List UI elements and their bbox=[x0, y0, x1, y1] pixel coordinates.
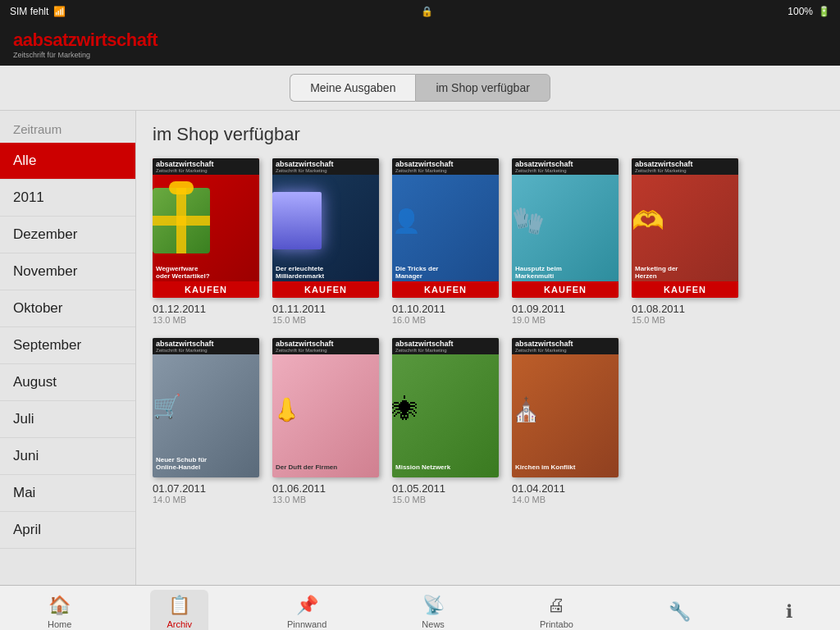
magazine-cover-apr2011: absatzwirtschaft Zeitschrift für Marketi… bbox=[512, 338, 619, 477]
main-layout: Zeitraum Alle 2011 Dezember November Okt… bbox=[0, 111, 840, 585]
printabo-icon: 🖨 bbox=[547, 595, 565, 616]
pinnwand-icon: 📌 bbox=[296, 595, 318, 616]
nav-home-label: Home bbox=[48, 619, 71, 629]
status-bar: SIM fehlt 📶 🔒 100% 🔋 bbox=[0, 0, 840, 23]
magazine-date-nov2011: 01.11.2011 bbox=[272, 303, 379, 315]
magazine-date-dec2011: 01.12.2011 bbox=[153, 303, 259, 315]
kaufen-badge-dec2011: KAUFEN bbox=[153, 281, 259, 298]
magazine-cover-jun2011: absatzwirtschaft Zeitschrift für Marketi… bbox=[272, 338, 379, 477]
sidebar: Zeitraum Alle 2011 Dezember November Okt… bbox=[0, 111, 136, 585]
nav-tools[interactable]: 🔧 bbox=[652, 596, 707, 628]
sidebar-item-juni[interactable]: Juni bbox=[0, 438, 135, 475]
magazine-cover-may2011: absatzwirtschaft Zeitschrift für Marketi… bbox=[392, 338, 499, 477]
magazine-date-may2011: 01.05.2011 bbox=[392, 482, 499, 495]
magazine-date-oct2011: 01.10.2011 bbox=[392, 303, 499, 315]
nav-home[interactable]: 🏠 Home bbox=[31, 590, 88, 631]
sidebar-item-2011[interactable]: 2011 bbox=[0, 180, 135, 217]
magazine-cover-jul2011: absatzwirtschaft Zeitschrift für Marketi… bbox=[153, 338, 259, 477]
magazine-size-aug2011: 15.0 MB bbox=[632, 315, 738, 325]
magazine-item-may2011[interactable]: absatzwirtschaft Zeitschrift für Marketi… bbox=[392, 338, 499, 504]
magazine-date-apr2011: 01.04.2011 bbox=[512, 482, 619, 495]
magazine-size-jul2011: 14.0 MB bbox=[153, 495, 259, 504]
content-area: im Shop verfügbar absatzwirtschaft Zeits… bbox=[136, 111, 840, 585]
sidebar-item-dezember[interactable]: Dezember bbox=[0, 217, 135, 253]
header: aabsatzwirtschaft Zeitschrift für Market… bbox=[0, 23, 840, 66]
magazine-size-apr2011: 14.0 MB bbox=[512, 495, 619, 504]
sidebar-item-september[interactable]: September bbox=[0, 327, 135, 364]
magazine-date-aug2011: 01.08.2011 bbox=[632, 303, 738, 315]
kaufen-badge-aug2011: KAUFEN bbox=[632, 281, 738, 298]
kaufen-badge-nov2011: KAUFEN bbox=[272, 281, 379, 298]
carrier-text: SIM fehlt bbox=[10, 6, 48, 17]
nav-printabo-label: Printabo bbox=[540, 619, 573, 629]
wifi-icon: 📶 bbox=[53, 6, 66, 17]
news-icon: 📡 bbox=[422, 595, 445, 616]
nav-archiv[interactable]: 📋 Archiv bbox=[150, 590, 208, 631]
nav-printabo[interactable]: 🖨 Printabo bbox=[523, 590, 590, 631]
sidebar-item-juli[interactable]: Juli bbox=[0, 401, 135, 438]
magazine-date-jul2011: 01.07.2011 bbox=[153, 482, 259, 495]
brand-name: aabsatzwirtschaft bbox=[13, 30, 158, 51]
nav-news-label: News bbox=[422, 619, 445, 629]
magazine-item-dec2011[interactable]: absatzwirtschaft Zeitschrift für Marketi… bbox=[153, 158, 259, 325]
battery-icon: 🔋 bbox=[818, 6, 830, 17]
kaufen-badge-oct2011: KAUFEN bbox=[392, 281, 499, 298]
nav-info[interactable]: ℹ bbox=[769, 596, 809, 628]
tab-meine-ausgaben[interactable]: Meine Ausgaben bbox=[290, 74, 415, 102]
magazine-date-sep2011: 01.09.2011 bbox=[512, 303, 619, 315]
sidebar-item-mai[interactable]: Mai bbox=[0, 475, 135, 512]
brand-subtitle: Zeitschrift für Marketing bbox=[13, 51, 158, 59]
magazine-cover-dec2011: absatzwirtschaft Zeitschrift für Marketi… bbox=[153, 158, 259, 298]
bottom-nav: 🏠 Home 📋 Archiv 📌 Pinnwand 📡 News 🖨 Prin… bbox=[0, 585, 840, 630]
tab-shop-verfugbar[interactable]: im Shop verfügbar bbox=[415, 74, 550, 102]
status-left: SIM fehlt 📶 bbox=[10, 6, 66, 17]
status-right: 100% 🔋 bbox=[788, 6, 830, 17]
logo: aabsatzwirtschaft Zeitschrift für Market… bbox=[13, 30, 158, 59]
magazine-item-aug2011[interactable]: absatzwirtschaft Zeitschrift für Marketi… bbox=[632, 158, 738, 325]
magazine-size-dec2011: 13.0 MB bbox=[153, 315, 259, 325]
home-icon: 🏠 bbox=[48, 595, 71, 616]
magazine-date-jun2011: 01.06.2011 bbox=[272, 482, 379, 495]
tab-switcher: Meine Ausgaben im Shop verfügbar bbox=[0, 66, 840, 111]
magazine-item-jul2011[interactable]: absatzwirtschaft Zeitschrift für Marketi… bbox=[153, 338, 259, 504]
magazine-size-sep2011: 19.0 MB bbox=[512, 315, 619, 325]
battery-text: 100% bbox=[788, 6, 813, 17]
magazine-cover-aug2011: absatzwirtschaft Zeitschrift für Marketi… bbox=[632, 158, 738, 298]
magazine-grid: absatzwirtschaft Zeitschrift für Marketi… bbox=[153, 158, 827, 504]
magazine-item-jun2011[interactable]: absatzwirtschaft Zeitschrift für Marketi… bbox=[272, 338, 379, 504]
archiv-icon: 📋 bbox=[168, 595, 190, 616]
magazine-item-oct2011[interactable]: absatzwirtschaft Zeitschrift für Marketi… bbox=[392, 158, 499, 325]
magazine-size-may2011: 15.0 MB bbox=[392, 495, 499, 504]
lock-icon: 🔒 bbox=[421, 6, 433, 17]
sidebar-item-oktober[interactable]: Oktober bbox=[0, 290, 135, 327]
nav-archiv-label: Archiv bbox=[167, 619, 192, 629]
brand-text: absatzwirtschaft bbox=[23, 30, 158, 50]
magazine-item-apr2011[interactable]: absatzwirtschaft Zeitschrift für Marketi… bbox=[512, 338, 619, 504]
content-title: im Shop verfügbar bbox=[153, 124, 827, 145]
sidebar-item-november[interactable]: November bbox=[0, 253, 135, 290]
kaufen-badge-sep2011: KAUFEN bbox=[512, 281, 619, 298]
magazine-item-sep2011[interactable]: absatzwirtschaft Zeitschrift für Marketi… bbox=[512, 158, 619, 325]
nav-news[interactable]: 📡 News bbox=[405, 590, 461, 631]
nav-pinnwand[interactable]: 📌 Pinnwand bbox=[271, 590, 343, 631]
magazine-cover-nov2011: absatzwirtschaft Zeitschrift für Marketi… bbox=[272, 158, 379, 298]
sidebar-header: Zeitraum bbox=[0, 111, 135, 143]
sidebar-item-april[interactable]: April bbox=[0, 512, 135, 549]
tools-icon: 🔧 bbox=[669, 601, 691, 623]
sidebar-item-alle[interactable]: Alle bbox=[0, 143, 135, 180]
magazine-cover-sep2011: absatzwirtschaft Zeitschrift für Marketi… bbox=[512, 158, 619, 298]
magazine-size-oct2011: 16.0 MB bbox=[392, 315, 499, 325]
magazine-cover-oct2011: absatzwirtschaft Zeitschrift für Marketi… bbox=[392, 158, 499, 298]
magazine-item-nov2011[interactable]: absatzwirtschaft Zeitschrift für Marketi… bbox=[272, 158, 379, 325]
magazine-size-jun2011: 13.0 MB bbox=[272, 495, 379, 504]
magazine-size-nov2011: 15.0 MB bbox=[272, 315, 379, 325]
nav-pinnwand-label: Pinnwand bbox=[287, 619, 326, 629]
info-icon: ℹ bbox=[786, 601, 792, 623]
sidebar-item-august[interactable]: August bbox=[0, 364, 135, 401]
